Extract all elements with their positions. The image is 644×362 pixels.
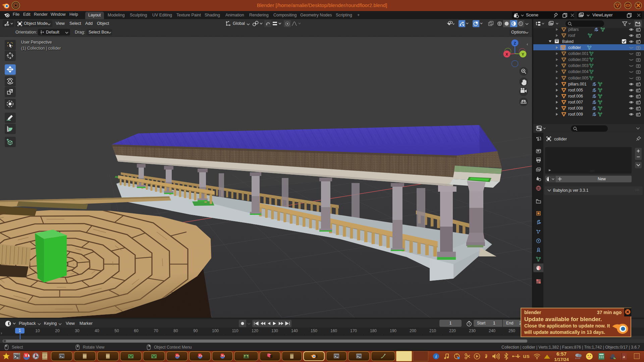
svg-text:a: a [623,354,625,359]
svg-text:V: V [221,354,223,357]
svg-text:Z: Z [514,41,516,45]
svg-text:V: V [199,354,201,357]
svg-text:V: V [25,354,27,357]
svg-text:Y: Y [522,52,524,56]
svg-text:V: V [176,354,178,357]
svg-text:X: X [505,52,508,56]
svg-text:i: i [435,354,437,359]
